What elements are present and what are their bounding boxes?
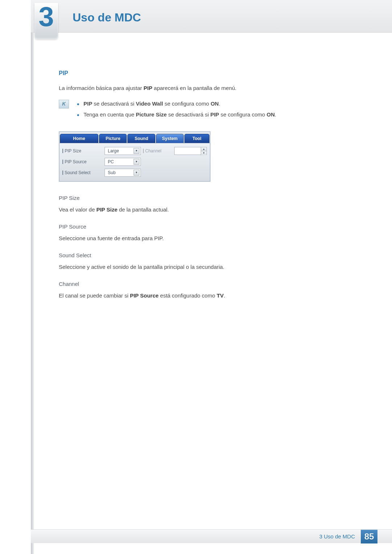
intro-bold: PIP [143,85,152,91]
note2-t2: se configura como [219,111,267,118]
note1-t2: se configura como [163,100,211,107]
select-pip-source[interactable]: PC ▼ [105,158,141,166]
side-rail [31,0,34,554]
intro-text-pre: La información básica para ajustar [59,85,143,91]
label-text: Channel [145,148,162,154]
section-heading: PIP [59,69,352,78]
note2-t1: se desactivará si [167,111,210,118]
tab-label: System [162,135,178,142]
label-text: PIP Source [65,159,86,165]
sub-channel: Channel El canal se puede cambiar si PIP… [59,280,352,300]
tab-body: PIP Size Large ▼ Channel ▲ ▼ PIP Source … [60,143,210,181]
sub-bold2: TV [217,292,224,299]
label-pip-size: PIP Size [62,148,102,154]
label-text: PIP Size [65,148,81,154]
note-item-2: Tenga en cuenta que Picture Size se desa… [75,111,276,119]
tab-picture[interactable]: Picture [99,134,127,143]
chevron-down-icon: ▼ [134,170,139,176]
sub-pip-size: PIP Size Vea el valor de PIP Size de la … [59,194,352,214]
sub-bold: PIP Size [96,206,117,213]
sub-post2: . [224,292,225,299]
ui-screenshot-figure: Home Picture Sound System Tool PIP Size … [59,131,211,182]
select-value: Sub [108,169,115,176]
note1-b1: PIP [83,100,92,107]
sub-heading: Sound Select [59,251,352,260]
page-root: 3 Uso de MDC PIP La información básica p… [0,0,392,554]
note2-b3: ON [267,111,275,118]
sub-post: de la pantalla actual. [118,206,169,213]
spinner-up-icon[interactable]: ▲ [201,147,207,152]
note2-t3: . [275,111,276,118]
chevron-down-icon: ▼ [134,148,139,154]
tab-label: Tool [192,135,201,142]
label-sound-select: Sound Select [62,169,102,176]
note-list: PIP se desactivará si Video Wall se conf… [75,100,276,122]
spinner-channel[interactable]: ▲ ▼ [174,147,207,155]
chapter-title: Uso de MDC [73,11,141,24]
note2-b2: PIP [210,111,219,118]
content-area: PIP La información básica para ajustar P… [59,69,352,309]
select-pip-size[interactable]: Large ▼ [105,147,141,155]
sub-paragraph: Seleccione una fuente de entrada para PI… [59,234,352,243]
sub-pip-source: PIP Source Seleccione una fuente de entr… [59,223,352,243]
note1-t1: se desactivará si [92,100,136,107]
label-pip-source: PIP Source [62,159,102,165]
sub-paragraph: Seleccione y active el sonido de la pant… [59,263,352,271]
sub-pre: Seleccione una fuente de entrada para PI… [59,235,164,241]
select-value: PC [108,159,114,165]
chapter-number: 3 [38,3,54,30]
tab-home[interactable]: Home [60,134,98,143]
sub-paragraph: El canal se puede cambiar si PIP Source … [59,292,352,300]
intro-text-post: aparecerá en la pantalla de menú. [152,85,237,91]
sub-pre: Vea el valor de [59,206,96,213]
note1-t3: . [219,100,220,107]
note2-t0: Tenga en cuenta que [83,111,136,118]
tab-label: Picture [106,135,121,142]
chapter-badge: 3 [34,3,58,39]
sub-bold: PIP Source [130,292,159,299]
note1-b3: ON [211,100,219,107]
page-footer: 3 Uso de MDC 85 [31,529,392,543]
note1-b2: Video Wall [136,100,163,107]
tab-system[interactable]: System [156,134,184,143]
sub-pre: El canal se puede cambiar si [59,292,130,299]
spinner-down-icon[interactable]: ▼ [201,151,207,155]
chevron-down-icon: ▼ [134,159,139,165]
note2-b1: Picture Size [136,111,167,118]
tab-bar: Home Picture Sound System Tool [60,132,210,143]
spinner-value [175,147,201,155]
sub-heading: PIP Size [59,194,352,202]
select-sound-select[interactable]: Sub ▼ [105,169,141,177]
sub-sound-select: Sound Select Seleccione y active el soni… [59,251,352,271]
intro-paragraph: La información básica para ajustar PIP a… [59,84,352,93]
note-icon: K [59,100,69,108]
label-channel: Channel [143,148,172,154]
note-box: K PIP se desactivará si Video Wall se co… [59,100,352,122]
label-text: Sound Select [65,169,90,176]
page-number-badge: 85 [361,530,377,543]
tab-tool[interactable]: Tool [184,134,209,143]
select-value: Large [108,148,119,154]
sub-post: está configurado como [159,292,217,299]
sub-heading: PIP Source [59,223,352,231]
sub-pre: Seleccione y active el sonido de la pant… [59,264,224,270]
tab-sound[interactable]: Sound [127,134,155,143]
tab-label: Sound [135,135,148,142]
sub-heading: Channel [59,280,352,288]
sub-paragraph: Vea el valor de PIP Size de la pantalla … [59,206,352,214]
tab-label: Home [73,135,85,142]
footer-chapter-label: 3 Uso de MDC [319,533,355,539]
note-item-1: PIP se desactivará si Video Wall se conf… [75,100,276,108]
